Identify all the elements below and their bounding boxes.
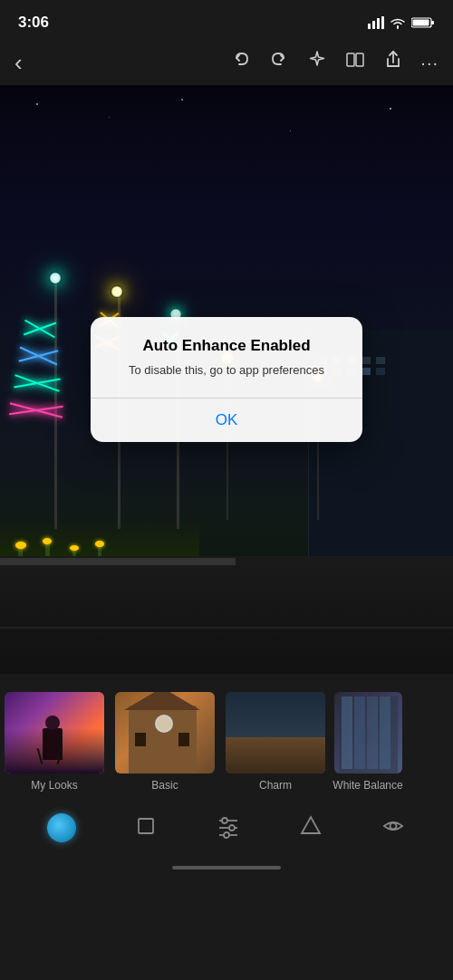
photo-background: Auto Enhance Enabled To disable this, go… <box>0 85 453 674</box>
main-toolbar: ‹ <box>0 40 453 85</box>
svg-point-11 <box>222 818 227 823</box>
look-thumbnail-charm <box>226 692 325 773</box>
dialog-message: To disable this, go to app preferences <box>109 362 344 379</box>
eye-icon <box>381 813 406 839</box>
toolbar-left: ‹ <box>14 49 23 77</box>
look-label-my-looks: My Looks <box>31 779 77 792</box>
crop-icon <box>133 813 159 839</box>
profile-icon <box>47 813 76 842</box>
dialog-content: Auto Enhance Enabled To disable this, go… <box>91 317 362 379</box>
wifi-icon <box>390 16 406 29</box>
more-button[interactable]: ··· <box>420 53 439 73</box>
look-item-charm[interactable]: Charm <box>221 692 330 792</box>
home-indicator <box>0 855 453 880</box>
home-bar <box>172 866 281 870</box>
svg-point-15 <box>224 832 229 838</box>
adjustments-icon <box>216 813 241 839</box>
look-item-my-looks[interactable]: My Looks <box>0 692 109 792</box>
svg-rect-8 <box>356 53 363 66</box>
photo-area: Auto Enhance Enabled To disable this, go… <box>0 85 453 674</box>
back-button[interactable]: ‹ <box>14 49 23 77</box>
dialog-title: Auto Enhance Enabled <box>109 337 344 355</box>
profile-tool-button[interactable] <box>47 813 76 842</box>
svg-rect-9 <box>139 819 153 833</box>
looks-panel: My Looks Basic Charm <box>0 674 453 801</box>
look-label-charm: Charm <box>259 779 292 792</box>
look-thumbnail-basic <box>115 692 215 773</box>
look-item-basic[interactable]: Basic <box>111 692 219 792</box>
svg-rect-7 <box>347 53 354 66</box>
dialog-overlay: Auto Enhance Enabled To disable this, go… <box>0 85 453 674</box>
eye-tool-button[interactable] <box>381 813 406 842</box>
status-icons <box>368 16 435 29</box>
toolbar-center: ··· <box>230 49 439 76</box>
auto-enhance-button[interactable] <box>306 49 328 76</box>
bottom-toolbar <box>0 801 453 855</box>
look-label-basic: Basic <box>151 779 178 792</box>
svg-point-17 <box>390 823 397 830</box>
svg-rect-2 <box>377 18 380 29</box>
battery-icon <box>411 16 435 29</box>
compare-button[interactable] <box>344 49 366 76</box>
redo-button[interactable] <box>268 49 290 76</box>
signal-icon <box>368 16 384 29</box>
heal-tool-button[interactable] <box>298 813 323 842</box>
svg-rect-0 <box>368 24 371 29</box>
svg-rect-3 <box>381 16 384 29</box>
adjustments-tool-button[interactable] <box>216 813 241 842</box>
svg-rect-5 <box>431 21 434 24</box>
svg-rect-1 <box>372 21 375 29</box>
crop-tool-button[interactable] <box>133 813 159 842</box>
share-button[interactable] <box>382 49 404 76</box>
look-item-white-balance[interactable]: White Balance <box>332 692 404 792</box>
dialog-ok-button[interactable]: OK <box>91 399 362 442</box>
look-label-white-balance: White Balance <box>333 779 402 792</box>
look-thumbnail-my-looks <box>5 692 104 773</box>
svg-point-13 <box>229 825 235 831</box>
undo-button[interactable] <box>230 49 252 76</box>
svg-marker-16 <box>302 817 320 833</box>
dialog: Auto Enhance Enabled To disable this, go… <box>91 317 362 441</box>
heal-icon <box>298 813 323 839</box>
svg-rect-6 <box>413 19 429 25</box>
status-bar: 3:06 <box>0 0 453 40</box>
status-time: 3:06 <box>18 14 49 32</box>
look-thumbnail-white-balance <box>334 692 402 773</box>
